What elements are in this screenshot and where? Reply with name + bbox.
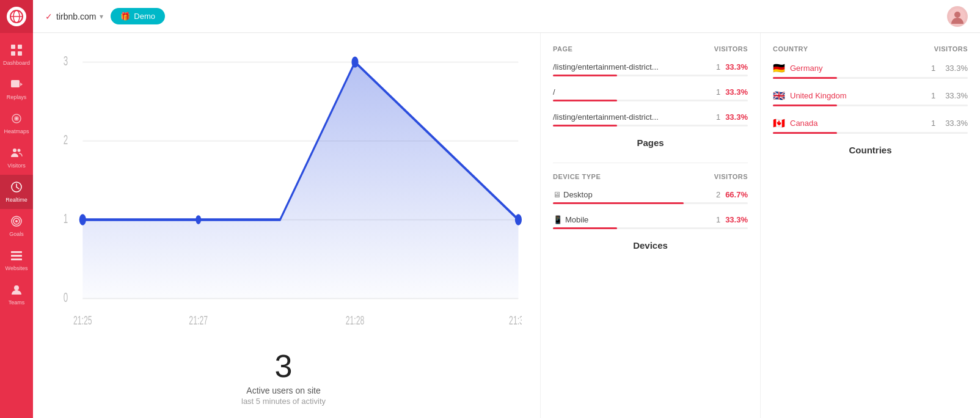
page-row-1: /listing/entertainment-district... 1 33.… (553, 62, 748, 76)
right-panel: PAGE VISITORS /listing/entertainment-dis… (540, 33, 980, 418)
svg-point-33 (79, 214, 86, 225)
device-pct-2: 33.3% (725, 215, 748, 224)
country-name-3[interactable]: Canada (790, 119, 926, 128)
site-selector[interactable]: ✓ tirbnb.com ▾ (45, 12, 103, 21)
countries-title: Countries (773, 145, 968, 155)
svg-rect-7 (11, 80, 20, 87)
countries-col-country: COUNTRY (773, 45, 808, 53)
logo-icon (7, 7, 26, 26)
country-name-2[interactable]: United Kingdom (790, 91, 926, 100)
flag-canada: 🇨🇦 (773, 117, 785, 129)
mobile-icon: 📱 (553, 215, 563, 224)
country-pct-1: 33.3% (945, 64, 968, 73)
sidebar-item-realtime[interactable]: Realtime (0, 175, 33, 209)
replays-icon (10, 78, 23, 92)
countries-section: COUNTRY VISITORS 🇩🇪 Germany 1 33.3% 🇬🇧 (761, 33, 980, 418)
desktop-icon: 🖥 (553, 190, 561, 199)
countries-header: COUNTRY VISITORS (773, 45, 968, 53)
svg-rect-4 (18, 45, 22, 49)
page-count-1: 1 (716, 62, 720, 72)
country-pct-3: 33.3% (945, 119, 968, 128)
flag-uk: 🇬🇧 (773, 90, 785, 101)
demo-label: Demo (134, 12, 155, 21)
content-area: 3 2 1 0 (33, 33, 980, 418)
heatmaps-icon (10, 112, 23, 127)
svg-rect-6 (18, 51, 22, 56)
svg-rect-20 (11, 258, 22, 260)
svg-text:21:28: 21:28 (346, 314, 365, 328)
sidebar-label-dashboard: Dashboard (3, 60, 30, 66)
device-pct-1: 66.7% (725, 190, 748, 199)
page-pct-1: 33.3% (725, 62, 748, 72)
devices-col-device: DEVICE TYPE (553, 173, 601, 180)
country-row-1: 🇩🇪 Germany 1 33.3% (773, 62, 968, 79)
page-label-3: /listing/entertainment-district... (553, 112, 711, 122)
sidebar-label-teams: Teams (9, 299, 25, 306)
svg-point-13 (18, 149, 21, 152)
websites-icon (10, 249, 23, 263)
sidebar-item-replays[interactable]: Replays (0, 72, 33, 106)
device-label-1: 🖥Desktop (553, 190, 711, 199)
country-name-1[interactable]: Germany (790, 64, 926, 73)
realtime-icon (10, 181, 23, 195)
page-count-3: 1 (716, 112, 720, 122)
goals-icon (10, 215, 23, 229)
devices-title: Devices (553, 240, 748, 251)
svg-point-35 (351, 56, 358, 67)
main-content: ✓ tirbnb.com ▾ 🎁 Demo (33, 0, 980, 418)
countries-col-visitors: VISITORS (934, 45, 968, 53)
site-name: tirbnb.com (56, 12, 96, 21)
site-check-icon: ✓ (45, 12, 53, 21)
sidebar-item-heatmaps[interactable]: Heatmaps (0, 106, 33, 141)
svg-rect-3 (11, 45, 15, 49)
chart-footer: 3 Active users on site last 5 minutes of… (45, 338, 522, 406)
devices-col-visitors: VISITORS (714, 173, 748, 180)
sidebar-item-dashboard[interactable]: Dashboard (0, 38, 33, 72)
country-pct-2: 33.3% (945, 91, 968, 100)
sidebar-item-teams[interactable]: Teams (0, 277, 33, 312)
sidebar-label-heatmaps: Heatmaps (4, 128, 29, 134)
svg-text:3: 3 (64, 53, 68, 68)
svg-rect-18 (11, 251, 22, 253)
device-label-2: 📱Mobile (553, 215, 711, 224)
device-row-2: 📱Mobile 1 33.3% (553, 215, 748, 229)
svg-text:2: 2 (64, 132, 68, 147)
header: ✓ tirbnb.com ▾ 🎁 Demo (33, 0, 980, 33)
chevron-down-icon: ▾ (100, 12, 103, 21)
svg-rect-5 (11, 51, 15, 56)
svg-point-11 (15, 117, 18, 120)
device-count-1: 2 (716, 190, 720, 199)
realtime-chart: 3 2 1 0 (45, 45, 522, 338)
svg-marker-8 (20, 82, 23, 86)
dashboard-icon (10, 44, 23, 58)
country-count-3: 1 (931, 119, 935, 128)
sidebar-item-websites[interactable]: Websites (0, 243, 33, 277)
page-pct-2: 33.3% (725, 87, 748, 97)
active-sub: last 5 minutes of activity (45, 397, 522, 406)
svg-rect-19 (11, 255, 22, 257)
svg-point-34 (196, 215, 201, 224)
user-avatar[interactable] (947, 6, 968, 27)
svg-point-36 (515, 214, 522, 225)
sidebar-label-replays: Replays (7, 94, 27, 100)
country-count-1: 1 (931, 64, 935, 73)
svg-text:1: 1 (64, 211, 68, 226)
svg-point-23 (954, 12, 960, 18)
country-row-3: 🇨🇦 Canada 1 33.3% (773, 117, 968, 134)
sidebar: Dashboard Replays Heatmaps (0, 0, 33, 418)
sidebar-item-visitors[interactable]: Visitors (0, 141, 33, 175)
country-row-2: 🇬🇧 United Kingdom 1 33.3% (773, 90, 968, 106)
sidebar-item-goals[interactable]: Goals (0, 209, 33, 243)
demo-icon: 🎁 (120, 12, 130, 21)
sidebar-label-websites: Websites (5, 265, 28, 271)
demo-button[interactable]: 🎁 Demo (111, 8, 165, 24)
device-row-1: 🖥Desktop 2 66.7% (553, 190, 748, 204)
devices-header: DEVICE TYPE VISITORS (553, 173, 748, 180)
pages-header: PAGE VISITORS (553, 45, 748, 53)
svg-point-12 (13, 148, 16, 152)
sidebar-label-realtime: Realtime (5, 197, 27, 203)
pages-section: PAGE VISITORS /listing/entertainment-dis… (541, 33, 761, 418)
svg-point-21 (14, 285, 19, 290)
sidebar-logo[interactable] (0, 0, 33, 33)
flag-germany: 🇩🇪 (773, 62, 785, 74)
